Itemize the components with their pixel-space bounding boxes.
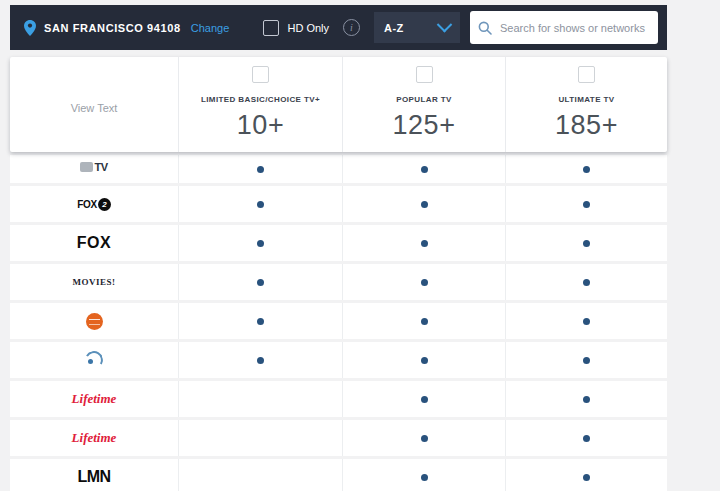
included-dot xyxy=(583,201,590,208)
search-icon xyxy=(478,21,492,35)
included-dot xyxy=(421,318,428,325)
included-dot xyxy=(583,240,590,247)
channel-logo: FOX xyxy=(77,234,111,252)
chevron-down-icon xyxy=(437,17,453,33)
channel-row: Lifetime xyxy=(10,420,667,456)
package-cell-popular-tv xyxy=(342,342,505,378)
package-cell-popular-tv xyxy=(342,264,505,300)
channel-logo: TV xyxy=(80,161,107,173)
package-cell-limited-basic xyxy=(178,264,342,300)
package-cell-limited-basic xyxy=(178,342,342,378)
sort-dropdown-value: A-Z xyxy=(384,22,404,34)
channel-logo xyxy=(85,351,103,369)
included-dot xyxy=(421,357,428,364)
change-location-link[interactable]: Change xyxy=(191,22,230,34)
channel-row: FOX2 xyxy=(10,186,667,222)
channel-logo xyxy=(86,313,103,330)
view-text-cell: View Text xyxy=(10,57,178,152)
included-dot xyxy=(421,396,428,403)
channel-logo: MOVIES! xyxy=(72,277,115,287)
channel-logo: LMN xyxy=(77,468,110,486)
channel-cell xyxy=(10,342,178,378)
package-cell-ultimate-tv xyxy=(505,381,667,417)
channel-logo: Lifetime xyxy=(72,391,117,407)
package-header-card: View Text LIMITED BASIC/CHOICE TV+ 10+ P… xyxy=(10,57,667,152)
included-dot xyxy=(583,166,590,173)
channel-cell: Lifetime xyxy=(10,420,178,456)
channel-cell: LMN xyxy=(10,459,178,491)
package-channel-count: 185+ xyxy=(555,110,618,141)
included-dot xyxy=(257,166,264,173)
package-cell-ultimate-tv xyxy=(505,264,667,300)
package-channel-count: 125+ xyxy=(393,110,456,141)
channel-row: TV xyxy=(10,155,667,183)
package-cell-limited-basic xyxy=(178,186,342,222)
channel-row: MOVIES! xyxy=(10,264,667,300)
hd-only-label: HD Only xyxy=(287,22,329,34)
package-cell-limited-basic xyxy=(178,381,342,417)
package-cell-popular-tv xyxy=(342,155,505,183)
package-cell-ultimate-tv xyxy=(505,225,667,261)
channel-cell: MOVIES! xyxy=(10,264,178,300)
included-dot xyxy=(257,279,264,286)
location-text: SAN FRANCISCO 94108 xyxy=(44,22,181,34)
channel-cell: Lifetime xyxy=(10,381,178,417)
included-dot xyxy=(421,474,428,481)
package-cell-ultimate-tv xyxy=(505,420,667,456)
package-cell-popular-tv xyxy=(342,381,505,417)
package-checkbox[interactable] xyxy=(252,66,269,83)
hd-only-group: HD Only xyxy=(263,20,329,36)
package-cell-popular-tv xyxy=(342,459,505,491)
search-input[interactable] xyxy=(498,21,650,35)
included-dot xyxy=(421,166,428,173)
included-dot xyxy=(257,357,264,364)
included-dot xyxy=(583,318,590,325)
package-checkbox[interactable] xyxy=(578,66,595,83)
hd-only-checkbox[interactable] xyxy=(263,20,279,36)
package-cell-ultimate-tv xyxy=(505,342,667,378)
included-dot xyxy=(421,201,428,208)
channel-cell xyxy=(10,303,178,339)
package-cell-popular-tv xyxy=(342,186,505,222)
included-dot xyxy=(583,435,590,442)
channel-cell: TV xyxy=(10,155,178,181)
channel-cell: FOX2 xyxy=(10,186,178,222)
channel-row: Lifetime xyxy=(10,381,667,417)
location-group: SAN FRANCISCO 94108 Change xyxy=(24,20,253,36)
info-icon[interactable]: i xyxy=(343,19,360,36)
channel-row: FOX xyxy=(10,225,667,261)
package-checkbox[interactable] xyxy=(416,66,433,83)
included-dot xyxy=(257,201,264,208)
package-cell-limited-basic xyxy=(178,303,342,339)
package-cell-limited-basic xyxy=(178,155,342,183)
package-name: LIMITED BASIC/CHOICE TV+ xyxy=(201,95,320,104)
included-dot xyxy=(583,357,590,364)
channel-cell: FOX xyxy=(10,225,178,261)
package-channel-count: 10+ xyxy=(237,110,284,141)
package-column-limited-basic: LIMITED BASIC/CHOICE TV+ 10+ xyxy=(178,57,342,152)
channel-logo: FOX2 xyxy=(77,198,111,211)
sort-dropdown[interactable]: A-Z xyxy=(374,12,460,43)
package-cell-ultimate-tv xyxy=(505,303,667,339)
channel-row xyxy=(10,303,667,339)
package-cell-limited-basic xyxy=(178,225,342,261)
channel-logo-badge: 2 xyxy=(98,198,111,211)
included-dot xyxy=(583,396,590,403)
filter-toolbar: SAN FRANCISCO 94108 Change HD Only i A-Z xyxy=(10,5,667,50)
package-cell-ultimate-tv xyxy=(505,155,667,183)
package-cell-limited-basic xyxy=(178,420,342,456)
package-cell-popular-tv xyxy=(342,225,505,261)
search-box xyxy=(470,11,658,44)
channel-logo: Lifetime xyxy=(72,430,117,446)
package-cell-popular-tv xyxy=(342,303,505,339)
included-dot xyxy=(421,279,428,286)
included-dot xyxy=(421,435,428,442)
channel-rows: TV FOX2 FOX MOVIES! xyxy=(10,155,667,491)
package-name: POPULAR TV xyxy=(396,95,452,104)
package-column-ultimate-tv: ULTIMATE TV 185+ xyxy=(505,57,667,152)
package-cell-ultimate-tv xyxy=(505,459,667,491)
view-text-link[interactable]: View Text xyxy=(71,102,118,114)
included-dot xyxy=(583,279,590,286)
included-dot xyxy=(257,318,264,325)
package-cell-popular-tv xyxy=(342,420,505,456)
